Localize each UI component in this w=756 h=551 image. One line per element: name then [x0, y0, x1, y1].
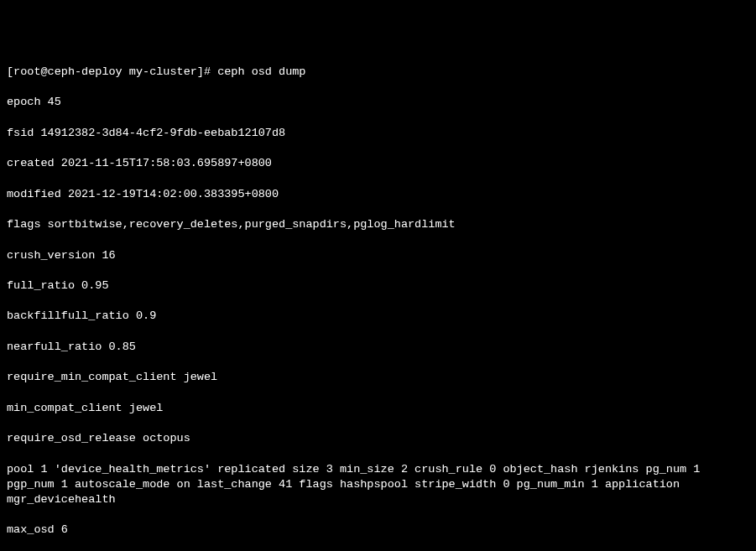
- output-crush-version: crush_version 16: [7, 248, 749, 263]
- output-max-osd: max_osd 6: [7, 522, 749, 538]
- output-full-ratio: full_ratio 0.95: [7, 278, 749, 294]
- output-modified: modified 2021-12-19T14:02:00.383395+0800: [7, 187, 749, 202]
- output-fsid: fsid 14912382-3d84-4cf2-9fdb-eebab12107d…: [7, 126, 749, 141]
- output-min-compat-client: min_compat_client jewel: [7, 401, 749, 416]
- output-pool: pool 1 'device_health_metrics' replicate…: [7, 462, 749, 508]
- shell-prompt: [root@ceph-deploy my-cluster]#: [7, 65, 217, 78]
- output-require-min-compat-client: require_min_compat_client jewel: [7, 370, 749, 385]
- output-backfillfull-ratio: backfillfull_ratio 0.9: [7, 309, 749, 324]
- output-created: created 2021-11-15T17:58:03.695897+0800: [7, 156, 749, 171]
- output-epoch: epoch 45: [7, 95, 749, 110]
- terminal-output[interactable]: [root@ceph-deploy my-cluster]# ceph osd …: [7, 65, 749, 551]
- output-require-osd-release: require_osd_release octopus: [7, 431, 749, 446]
- output-nearfull-ratio: nearfull_ratio 0.85: [7, 340, 749, 355]
- output-flags: flags sortbitwise,recovery_deletes,purge…: [7, 217, 749, 232]
- command-text: ceph osd dump: [217, 65, 305, 78]
